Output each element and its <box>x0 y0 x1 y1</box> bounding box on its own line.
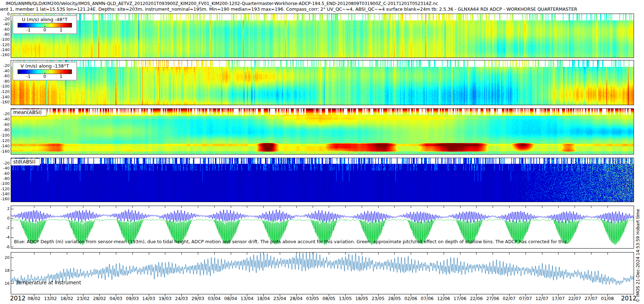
x-tick-mark <box>214 206 215 208</box>
x-tick-label: 28/02 <box>91 296 108 301</box>
adcp-diagnostic-figure: IMOS/ANMN/QLD/KIM200/Velocity/IMOS_ANMN-… <box>0 0 644 304</box>
x-tick-label: 23/05 <box>370 296 386 301</box>
x-tick-mark <box>460 294 460 296</box>
x-tick-mark <box>50 206 51 208</box>
year-label-right: 2012 <box>620 295 636 302</box>
x-tick-mark <box>427 294 428 296</box>
x-tick-label: 22/06 <box>468 296 484 301</box>
v-colorbar-ticklabels: -101 <box>18 74 72 79</box>
x-tick-mark <box>280 252 280 255</box>
x-tick-mark <box>542 206 542 208</box>
u-velocity-heatmap-canvas <box>11 14 634 58</box>
x-tick-mark <box>427 252 428 255</box>
x-tick-label: 01/08 <box>599 296 616 301</box>
x-tick-mark <box>67 294 67 296</box>
x-tick-mark <box>313 206 313 208</box>
x-tick-mark <box>132 206 133 208</box>
v-colorbar-gradient <box>18 69 72 74</box>
y-tick-label: -160 <box>0 53 10 57</box>
y-tick-label: 0 <box>0 12 10 16</box>
x-tick-mark <box>181 294 182 296</box>
x-tick-mark <box>493 252 493 255</box>
x-tick-mark <box>132 294 133 296</box>
x-tick-mark <box>116 206 116 208</box>
x-tick-mark <box>345 294 346 296</box>
x-tick-label: 12/06 <box>435 296 452 301</box>
x-tick-mark <box>411 294 411 296</box>
x-tick-mark <box>50 252 51 255</box>
y-tick-mark <box>11 247 14 247</box>
v-colorbar-title: V (m/s) along -138°T <box>13 63 76 69</box>
x-tick-mark <box>181 252 182 255</box>
x-tick-label: 24/03 <box>173 296 190 301</box>
x-tick-mark <box>247 206 247 208</box>
x-tick-label: 02/07 <box>501 296 517 301</box>
y-tick-label: -80 <box>0 128 10 132</box>
x-tick-mark <box>214 252 215 255</box>
x-tick-mark <box>313 252 313 255</box>
x-tick-mark <box>427 206 428 208</box>
x-tick-mark <box>444 252 444 255</box>
x-tick-label: 03/05 <box>304 296 321 301</box>
x-tick-mark <box>296 294 297 296</box>
x-tick-mark <box>608 294 608 296</box>
y-tick-label: -120 <box>0 89 10 94</box>
y-tick-label: -40 <box>0 22 10 26</box>
u-colorbar-ticklabels: -101 <box>18 28 72 33</box>
x-tick-mark <box>476 206 477 208</box>
x-tick-mark <box>526 294 526 296</box>
x-tick-mark <box>83 294 83 296</box>
y-tick-mark <box>11 218 14 219</box>
x-tick-mark <box>394 206 395 208</box>
y-tick-label: -2 <box>0 225 10 230</box>
y-tick-label: -20 <box>0 112 10 116</box>
x-tick-mark <box>34 294 34 296</box>
x-tick-mark <box>99 294 100 296</box>
x-tick-mark <box>247 252 247 255</box>
x-tick-mark <box>493 294 493 296</box>
x-tick-mark <box>280 294 280 296</box>
x-tick-mark <box>394 252 395 255</box>
panel-depth-variation: Blue: ADCP Depth (m) variation from sens… <box>11 206 634 249</box>
x-tick-mark <box>591 206 591 208</box>
x-tick-mark <box>444 294 444 296</box>
u-colorbar-legend: U (m/s) along -48°T -101 <box>13 15 77 34</box>
v-colorbar-legend: V (m/s) along -138°T -101 <box>13 62 77 80</box>
x-tick-mark <box>362 252 362 255</box>
panel-temperature: Temperature at instrument <box>11 252 634 294</box>
x-tick-mark <box>181 206 182 208</box>
x-tick-mark <box>591 252 591 255</box>
y-tick-label: -60 <box>0 27 10 32</box>
x-tick-label: 18/02 <box>59 296 75 301</box>
y-tick-label: -100 <box>0 181 10 186</box>
y-tick-label: -100 <box>0 37 10 42</box>
y-tick-mark <box>11 258 14 258</box>
temperature-line-canvas <box>11 252 634 294</box>
y-tick-label: -160 <box>0 149 10 154</box>
x-tick-label: 17/06 <box>452 296 468 301</box>
x-tick-mark <box>280 206 280 208</box>
x-tick-mark <box>558 206 558 208</box>
x-tick-mark <box>214 294 215 296</box>
x-tick-mark <box>608 206 608 208</box>
x-tick-mark <box>263 252 264 255</box>
y-tick-label: -20 <box>0 17 10 21</box>
y-tick-label: -60 <box>0 171 10 176</box>
y-tick-label: -120 <box>0 138 10 143</box>
x-tick-mark <box>247 294 247 296</box>
x-tick-label: 08/04 <box>223 296 239 301</box>
x-tick-mark <box>116 252 116 255</box>
x-tick-mark <box>296 252 297 255</box>
x-tick-mark <box>329 206 329 208</box>
x-tick-mark <box>99 206 100 208</box>
x-tick-mark <box>329 294 329 296</box>
x-tick-mark <box>411 252 411 255</box>
x-tick-mark <box>329 252 329 255</box>
x-tick-label: 13/02 <box>42 296 59 301</box>
y-tick-mark <box>11 228 14 228</box>
x-tick-mark <box>34 206 34 208</box>
colorbar-tick-label: 0 <box>43 28 46 33</box>
std-absi-heatmap-canvas <box>11 158 634 202</box>
x-tick-mark <box>362 294 362 296</box>
x-tick-mark <box>542 252 542 255</box>
